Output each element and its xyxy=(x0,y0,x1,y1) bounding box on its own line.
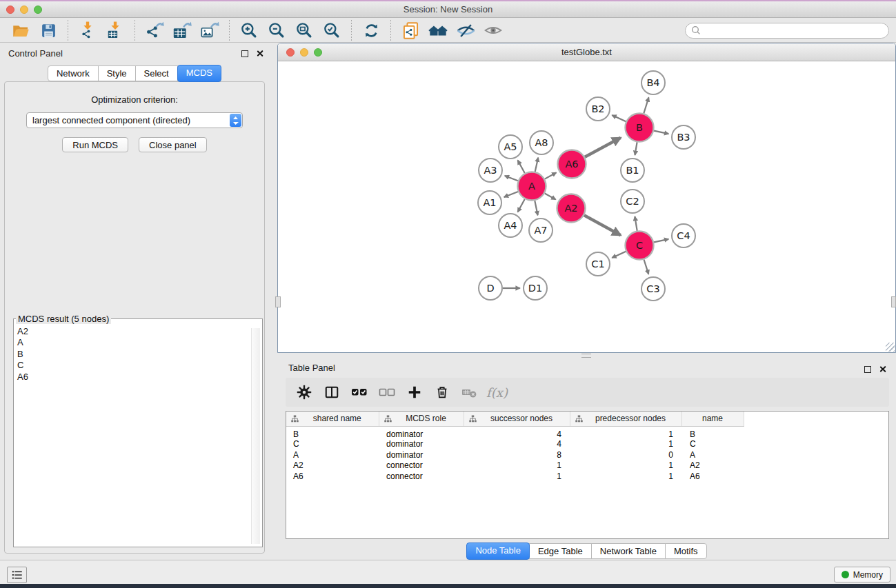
close-table-panel-icon[interactable] xyxy=(879,365,886,373)
network-node-C4[interactable]: C4 xyxy=(672,224,695,247)
table-cell[interactable]: 0 xyxy=(570,449,681,460)
network-node-A8[interactable]: A8 xyxy=(530,131,553,154)
close-window-button[interactable] xyxy=(6,6,14,14)
home-view-button[interactable] xyxy=(426,19,450,41)
network-edge-B-B3[interactable] xyxy=(654,131,668,134)
close-panel-icon[interactable] xyxy=(256,50,263,57)
table-cell[interactable]: B xyxy=(286,426,379,439)
network-node-B3[interactable]: B3 xyxy=(672,125,695,149)
column-header[interactable]: MCDS role xyxy=(379,412,464,426)
network-node-B[interactable]: B xyxy=(626,114,654,142)
left-splitter-grip[interactable] xyxy=(275,296,281,307)
toggle-columns-button[interactable] xyxy=(319,380,344,405)
network-node-B1[interactable]: B1 xyxy=(621,159,644,182)
mcds-result-item[interactable]: A6 xyxy=(17,372,259,383)
search-input[interactable] xyxy=(704,26,883,35)
table-cell[interactable]: 4 xyxy=(464,426,570,439)
search-box[interactable] xyxy=(685,23,889,39)
table-cell[interactable]: dominator xyxy=(379,439,464,450)
tab-select[interactable]: Select xyxy=(135,65,178,81)
mcds-result-item[interactable]: A2 xyxy=(17,326,259,337)
network-node-C[interactable]: C xyxy=(626,232,654,260)
network-edge-B-B2[interactable] xyxy=(612,115,626,121)
network-edge-B-B4[interactable] xyxy=(644,97,648,113)
network-node-C3[interactable]: C3 xyxy=(641,277,665,301)
network-edge-A-A6[interactable] xyxy=(545,172,557,179)
copy-network-button[interactable] xyxy=(398,19,423,41)
table-cell[interactable]: dominator xyxy=(379,449,464,460)
table-cell[interactable]: A6 xyxy=(286,471,379,482)
network-node-A2[interactable]: A2 xyxy=(557,194,586,223)
table-cell[interactable]: dominator xyxy=(379,426,464,439)
network-node-C1[interactable]: C1 xyxy=(586,252,610,276)
table-cell[interactable]: A6 xyxy=(681,471,744,482)
column-header[interactable]: shared name xyxy=(286,412,379,426)
network-edge-A-A7[interactable] xyxy=(535,201,537,215)
show-preview-button[interactable] xyxy=(481,19,506,41)
network-edge-A-A1[interactable] xyxy=(504,192,518,197)
network-node-B2[interactable]: B2 xyxy=(586,97,610,121)
table-cell[interactable]: B xyxy=(681,426,744,439)
column-header[interactable]: successor nodes xyxy=(464,412,570,426)
network-edge-C-C1[interactable] xyxy=(612,252,626,258)
network-graph-canvas[interactable]: B4B2BB3A5A8A6B1A3AC2A1A2A4A7C4CC1C3DD1 xyxy=(278,61,895,352)
delete-table-button[interactable] xyxy=(457,380,482,405)
column-header[interactable]: predecessor nodes xyxy=(570,412,681,426)
network-node-A5[interactable]: A5 xyxy=(499,135,522,159)
tab-network-table[interactable]: Network Table xyxy=(591,543,666,559)
float-panel-icon[interactable] xyxy=(241,50,248,57)
network-edge-A-A5[interactable] xyxy=(518,161,525,174)
network-node-C2[interactable]: C2 xyxy=(621,190,644,213)
minimize-network-button[interactable] xyxy=(300,48,308,57)
delete-column-button[interactable] xyxy=(429,380,455,405)
mcds-result-item[interactable]: A xyxy=(17,337,259,348)
network-edge-C-C4[interactable] xyxy=(654,239,668,243)
table-cell[interactable]: 1 xyxy=(464,471,570,482)
network-node-D1[interactable]: D1 xyxy=(524,276,547,300)
network-node-A[interactable]: A xyxy=(518,172,546,201)
network-edge-A-A4[interactable] xyxy=(518,199,525,212)
network-node-A4[interactable]: A4 xyxy=(499,214,522,237)
horizontal-splitter-grip[interactable] xyxy=(581,354,591,358)
network-edge-B-B1[interactable] xyxy=(635,142,637,155)
zoom-network-button[interactable] xyxy=(314,48,322,57)
network-edge-A6-B[interactable] xyxy=(585,138,621,157)
table-cell[interactable]: 1 xyxy=(570,471,681,482)
result-scrollbar[interactable] xyxy=(251,328,260,544)
table-cell[interactable]: 1 xyxy=(464,460,570,472)
table-cell[interactable]: 8 xyxy=(464,449,570,460)
tab-edge-table[interactable]: Edge Table xyxy=(529,543,592,559)
minimize-window-button[interactable] xyxy=(20,6,28,14)
network-node-A6[interactable]: A6 xyxy=(558,150,586,179)
tab-mcds[interactable]: MCDS xyxy=(177,65,221,82)
criterion-dropdown[interactable]: largest connected component (directed) xyxy=(26,112,243,128)
network-node-D[interactable]: D xyxy=(479,276,502,300)
network-node-B4[interactable]: B4 xyxy=(641,71,665,94)
network-node-A7[interactable]: A7 xyxy=(529,219,552,242)
table-cell[interactable]: 1 xyxy=(570,439,681,450)
tab-network[interactable]: Network xyxy=(48,65,99,81)
window-resize-grip[interactable] xyxy=(886,343,895,352)
zoom-out-button[interactable] xyxy=(264,19,289,41)
network-edge-A2-C[interactable] xyxy=(584,215,621,235)
hide-all-columns-button[interactable] xyxy=(374,380,399,405)
function-builder-button[interactable]: f(x) xyxy=(484,380,510,405)
zoom-in-button[interactable] xyxy=(237,19,261,41)
table-cell[interactable]: 1 xyxy=(570,460,681,472)
network-node-A3[interactable]: A3 xyxy=(479,159,502,182)
import-network-button[interactable] xyxy=(75,19,100,41)
zoom-window-button[interactable] xyxy=(34,6,42,14)
export-network-button[interactable] xyxy=(142,19,167,41)
refresh-button[interactable] xyxy=(359,19,384,41)
tab-node-table[interactable]: Node Table xyxy=(466,543,530,560)
network-edge-A-A2[interactable] xyxy=(545,194,556,200)
table-cell[interactable]: A2 xyxy=(681,460,744,472)
table-cell[interactable]: C xyxy=(681,439,744,450)
table-cell[interactable]: A xyxy=(681,449,744,460)
dropdown-stepper-icon[interactable] xyxy=(230,114,241,127)
table-cell[interactable]: C xyxy=(286,439,379,450)
network-edge-A-A3[interactable] xyxy=(505,176,518,181)
table-cell[interactable]: connector xyxy=(379,471,464,482)
mcds-result-item[interactable]: C xyxy=(17,360,259,371)
memory-button[interactable]: Memory xyxy=(834,567,890,582)
